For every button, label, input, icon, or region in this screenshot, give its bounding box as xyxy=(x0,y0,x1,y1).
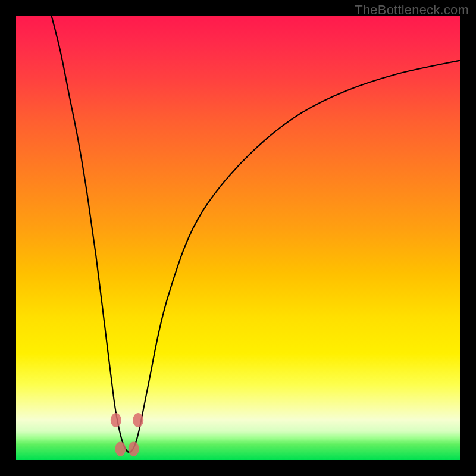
threshold-marker xyxy=(115,441,126,456)
threshold-marker xyxy=(111,413,121,427)
threshold-marker xyxy=(133,413,143,427)
curve-layer xyxy=(16,16,460,460)
plot-area xyxy=(16,16,460,460)
watermark-text: TheBottleneck.com xyxy=(355,2,469,18)
chart-frame: TheBottleneck.com xyxy=(0,0,476,476)
bottleneck-curve xyxy=(52,16,460,452)
threshold-marker xyxy=(129,441,139,456)
